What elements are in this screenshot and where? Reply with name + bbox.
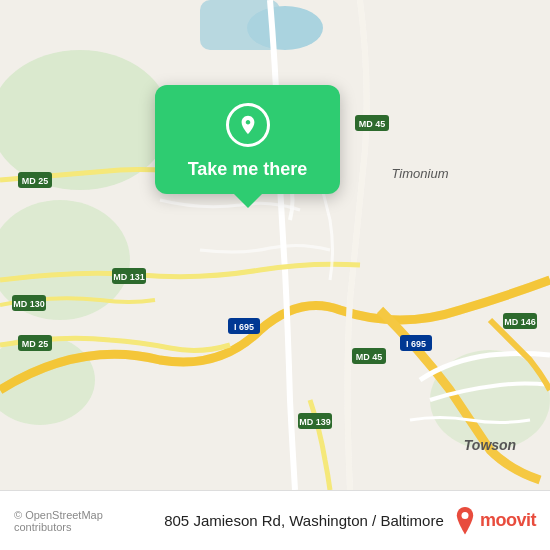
- svg-text:Towson: Towson: [464, 437, 516, 453]
- svg-text:MD 139: MD 139: [299, 417, 331, 427]
- bottom-bar: © OpenStreetMap contributors 805 Jamieso…: [0, 490, 550, 550]
- svg-point-31: [461, 512, 468, 519]
- svg-text:MD 130: MD 130: [13, 299, 45, 309]
- svg-point-6: [247, 6, 323, 50]
- svg-text:MD 25: MD 25: [22, 339, 49, 349]
- moovit-pin-icon: [454, 507, 476, 535]
- popup-label: Take me there: [188, 159, 308, 180]
- svg-text:MD 146: MD 146: [504, 317, 536, 327]
- svg-text:MD 45: MD 45: [356, 352, 383, 362]
- map-view: I 83 MD 45 MD 45 I 695 I 695 MD 25 MD 25…: [0, 0, 550, 490]
- svg-text:I 695: I 695: [406, 339, 426, 349]
- svg-text:MD 25: MD 25: [22, 176, 49, 186]
- svg-text:MD 45: MD 45: [359, 119, 386, 129]
- svg-text:MD 131: MD 131: [113, 272, 145, 282]
- address-text: 805 Jamieson Rd, Washington / Baltimore: [164, 512, 444, 529]
- svg-text:I 695: I 695: [234, 322, 254, 332]
- take-me-there-popup[interactable]: Take me there: [155, 85, 340, 194]
- svg-text:Timonium: Timonium: [392, 166, 449, 181]
- moovit-logo: moovit: [454, 507, 536, 535]
- location-pin-icon: [226, 103, 270, 147]
- moovit-label: moovit: [480, 510, 536, 531]
- copyright-text: © OpenStreetMap contributors: [14, 509, 154, 533]
